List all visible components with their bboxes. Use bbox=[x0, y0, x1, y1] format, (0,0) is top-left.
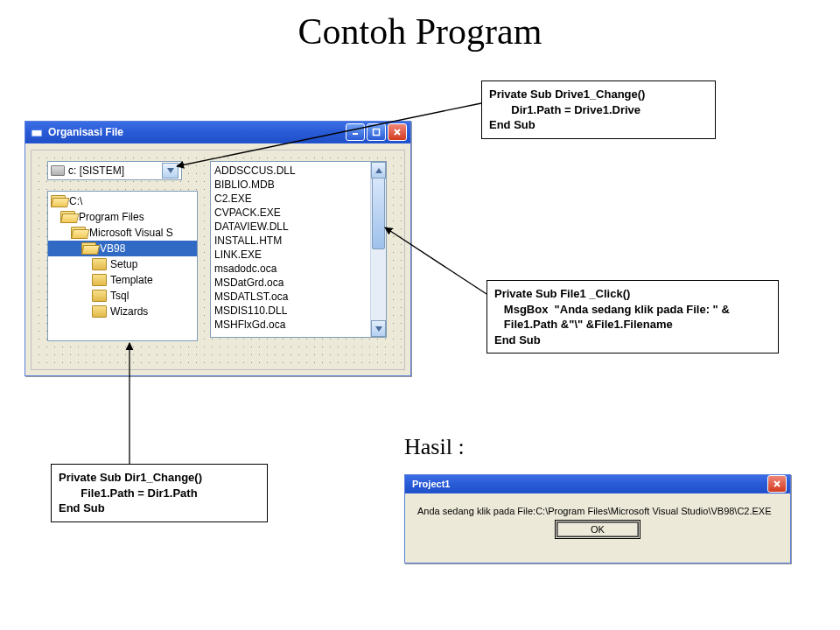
minimize-button[interactable] bbox=[346, 123, 365, 141]
file-item[interactable]: MSDatGrd.oca bbox=[214, 276, 367, 290]
msgbox-text: Anda sedang klik pada File:C:\Program Fi… bbox=[417, 506, 778, 516]
folder-icon bbox=[81, 242, 96, 255]
file-item[interactable]: C2.EXE bbox=[214, 192, 367, 206]
folder-icon bbox=[92, 290, 107, 302]
file-item[interactable]: MSHFlxGd.oca bbox=[214, 318, 367, 332]
directory-item[interactable]: Template bbox=[48, 272, 197, 288]
directory-item[interactable]: Tsql bbox=[48, 288, 197, 304]
file-item[interactable]: CVPACK.EXE bbox=[214, 206, 367, 220]
file-item[interactable]: MSDIS110.DLL bbox=[214, 304, 367, 318]
drive-listbox[interactable]: c: [SISTEM] bbox=[47, 161, 182, 180]
codebox-file-click: Private Sub File1 _Click() MsgBox "Anda … bbox=[486, 280, 779, 354]
msgbox-window: Project1 Anda sedang klik pada File:C:\P… bbox=[404, 474, 791, 564]
scrollbar[interactable] bbox=[370, 162, 386, 337]
folder-icon bbox=[92, 274, 107, 286]
directory-label: Wizards bbox=[110, 305, 148, 318]
msgbox-close-button[interactable] bbox=[767, 475, 787, 493]
directory-item[interactable]: Microsoft Visual S bbox=[48, 225, 197, 241]
directory-item[interactable]: C:\ bbox=[48, 193, 197, 209]
directory-label: VB98 bbox=[100, 242, 125, 255]
file-item[interactable]: ADDSCCUS.DLL bbox=[214, 164, 367, 178]
directory-label: C:\ bbox=[69, 195, 82, 207]
svg-marker-7 bbox=[375, 168, 382, 173]
file-item[interactable]: msadodc.oca bbox=[214, 262, 367, 276]
app-icon bbox=[31, 126, 43, 138]
directory-label: Template bbox=[110, 274, 153, 286]
directory-item[interactable]: Setup bbox=[48, 256, 197, 272]
slide-title: Contoh Program bbox=[0, 10, 840, 52]
directory-item[interactable]: VB98 bbox=[48, 241, 197, 256]
scroll-thumb[interactable] bbox=[372, 178, 385, 249]
svg-marker-6 bbox=[167, 168, 174, 173]
form-design-surface: c: [SISTEM] C:\Program FilesMicrosoft Vi… bbox=[31, 150, 405, 370]
folder-icon bbox=[92, 258, 107, 270]
file-item[interactable]: DATAVIEW.DLL bbox=[214, 220, 367, 234]
folder-icon bbox=[92, 305, 107, 318]
ok-button[interactable]: OK bbox=[556, 522, 639, 537]
close-button[interactable] bbox=[388, 123, 407, 141]
file-item[interactable]: INSTALL.HTM bbox=[214, 234, 367, 248]
maximize-button[interactable] bbox=[367, 123, 386, 141]
vb-window-title: Organisasi File bbox=[48, 126, 123, 138]
file-item[interactable]: LINK.EXE bbox=[214, 248, 367, 262]
directory-label: Program Files bbox=[79, 211, 144, 223]
svg-rect-3 bbox=[374, 130, 380, 136]
codebox-drive-change: Private Sub Drive1_Change() Dir1.Path = … bbox=[481, 80, 716, 139]
msgbox-titlebar[interactable]: Project1 bbox=[405, 475, 790, 494]
directory-label: Microsoft Visual S bbox=[89, 227, 173, 239]
vb-form-window: Organisasi File c: [SISTEM] C:\Program F… bbox=[24, 121, 411, 376]
file-item[interactable]: MSDATLST.oca bbox=[214, 290, 367, 304]
folder-icon bbox=[71, 227, 86, 239]
folder-icon bbox=[51, 195, 66, 207]
folder-icon bbox=[60, 211, 75, 223]
result-label: Hasil : bbox=[404, 434, 465, 460]
directory-label: Setup bbox=[110, 258, 137, 270]
drive-label: c: [SISTEM] bbox=[68, 164, 124, 177]
dropdown-arrow-icon[interactable] bbox=[162, 163, 178, 178]
directory-listbox[interactable]: C:\Program FilesMicrosoft Visual SVB98Se… bbox=[47, 191, 198, 341]
file-item[interactable]: BIBLIO.MDB bbox=[214, 178, 367, 192]
directory-label: Tsql bbox=[110, 290, 129, 302]
codebox-dir-change: Private Sub Dir1_Change() File1.Path = D… bbox=[51, 464, 268, 522]
svg-rect-1 bbox=[32, 129, 42, 130]
vb-titlebar[interactable]: Organisasi File bbox=[25, 122, 410, 144]
directory-item[interactable]: Program Files bbox=[48, 209, 197, 225]
msgbox-title: Project1 bbox=[412, 479, 450, 489]
drive-icon bbox=[51, 165, 65, 176]
directory-item[interactable]: Wizards bbox=[48, 304, 197, 319]
file-listbox[interactable]: ADDSCCUS.DLLBIBLIO.MDBC2.EXECVPACK.EXEDA… bbox=[210, 161, 387, 338]
scroll-up-icon[interactable] bbox=[371, 162, 386, 178]
scroll-down-icon[interactable] bbox=[371, 320, 386, 337]
svg-marker-8 bbox=[375, 326, 382, 332]
